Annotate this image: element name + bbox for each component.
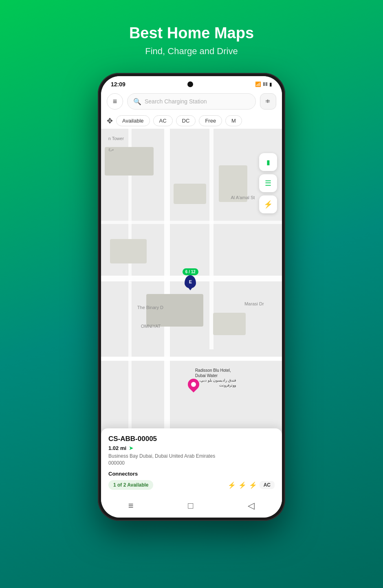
filter-available[interactable]: Available (116, 115, 150, 126)
status-bar: 12:09 📶 ⅡⅡ ▮ (101, 76, 282, 90)
filter-free[interactable]: Free (199, 115, 222, 126)
filter-dc[interactable]: DC (176, 115, 196, 126)
wifi-icon: 📶 (255, 81, 261, 87)
station-distance-row: 1.02 mi ➤ (108, 445, 275, 451)
radisson-arabic: فندق راديسون بلو دبي، ووترفرونت (195, 378, 236, 388)
distance-text: 1.02 mi (108, 445, 126, 451)
omniyat-label: OMNIYAT (141, 324, 161, 329)
phone-screen: 12:09 📶 ⅡⅡ ▮ ≡ 🔍 Search Charging Station (101, 76, 282, 518)
nav-menu-button[interactable]: ≡ (128, 500, 134, 511)
station-card: CS-ABB-00005 1.02 mi ➤ Business Bay Duba… (101, 428, 282, 496)
phone-mockup: 12:09 📶 ⅡⅡ ▮ ≡ 🔍 Search Charging Station (98, 73, 285, 521)
charging-button[interactable]: ⚡ (259, 195, 277, 213)
bolt-icon-3: ⚡ (249, 481, 257, 489)
status-icons: 📶 ⅡⅡ ▮ (255, 81, 272, 87)
lightning-icon: ⚡ (264, 200, 273, 209)
charging-pin[interactable]: 6 / 12 E (183, 268, 198, 288)
top-bar: ≡ 🔍 Search Charging Station ⧧ (101, 90, 282, 113)
nav-back-button[interactable]: ◁ (248, 500, 255, 511)
navigate-icon: ➤ (129, 445, 134, 451)
binary-label: The Binary D (137, 305, 163, 310)
station-name: CS-ABB-00005 (108, 435, 275, 443)
bottom-nav: ≡ □ ◁ (101, 496, 282, 518)
connector-ac-tag: AC (260, 481, 275, 489)
tower-arabic: برج (108, 147, 114, 151)
app-title: Best Home Maps (129, 24, 254, 42)
filter-icon: ✥ (107, 116, 113, 125)
list-icon: ☰ (265, 179, 271, 188)
search-bar[interactable]: 🔍 Search Charging Station (127, 93, 256, 110)
filter-bar: ✥ Available AC DC Free M (101, 113, 282, 129)
menu-button[interactable]: ≡ (107, 93, 123, 110)
battery-icon: ▮ (269, 81, 272, 87)
nav-home-button[interactable]: □ (188, 500, 193, 511)
status-time: 12:09 (111, 81, 125, 88)
map-block-3 (110, 239, 147, 263)
connector-type-icons: ⚡ ⚡ ⚡ AC (228, 481, 275, 489)
map-block-5 (213, 313, 246, 335)
list-button[interactable]: ☰ (259, 174, 277, 192)
availability-badge: 1 of 2 Available (108, 480, 153, 490)
camera-notch (187, 81, 193, 87)
signal-icon: ⅡⅡ (263, 81, 268, 87)
connectors-label: Connectors (108, 471, 275, 477)
search-icon: 🔍 (133, 98, 141, 105)
connectors-row: 1 of 2 Available ⚡ ⚡ ⚡ AC (108, 480, 275, 490)
filter-more[interactable]: M (225, 115, 242, 126)
app-header: Best Home Maps Find, Charge and Drive (129, 24, 254, 57)
qr-button[interactable]: ⧧ (260, 93, 276, 110)
map-block-1 (105, 147, 154, 176)
alaamal-label: Al A'amal St (231, 195, 255, 200)
filter-ac[interactable]: AC (153, 115, 173, 126)
pin-letter: E (189, 279, 192, 284)
map-area[interactable]: n Tower برج Al A'amal St Marasi Dr The B… (101, 129, 282, 496)
phone-frame: 12:09 📶 ⅡⅡ ▮ ≡ 🔍 Search Charging Station (98, 73, 285, 521)
bolt-icon-1: ⚡ (228, 481, 236, 489)
layers-icon: ▮ (266, 158, 270, 166)
layers-button[interactable]: ▮ (259, 153, 277, 171)
map-controls: ▮ ☰ ⚡ (259, 153, 277, 213)
address-line1: Business Bay Dubai, Dubai United Arab Em… (108, 453, 215, 459)
search-placeholder: Search Charging Station (145, 98, 207, 105)
hamburger-icon: ≡ (113, 97, 117, 106)
app-subtitle: Find, Charge and Drive (129, 46, 254, 57)
qr-icon: ⧧ (264, 97, 272, 106)
pin-count-bubble: 6 / 12 (183, 268, 198, 275)
pin-dot: E (185, 275, 196, 288)
map-block-4 (146, 294, 203, 327)
tower-label: n Tower (108, 136, 124, 141)
marasi-label: Marasi Dr (244, 301, 264, 306)
address-line2: 000000 (108, 460, 125, 466)
station-address: Business Bay Dubai, Dubai United Arab Em… (108, 453, 275, 467)
map-block-2 (174, 184, 206, 204)
radisson-label: Radisson Blu Hotel, Dubai Water فندق راد… (195, 368, 236, 388)
bolt-icon-2: ⚡ (238, 481, 247, 489)
